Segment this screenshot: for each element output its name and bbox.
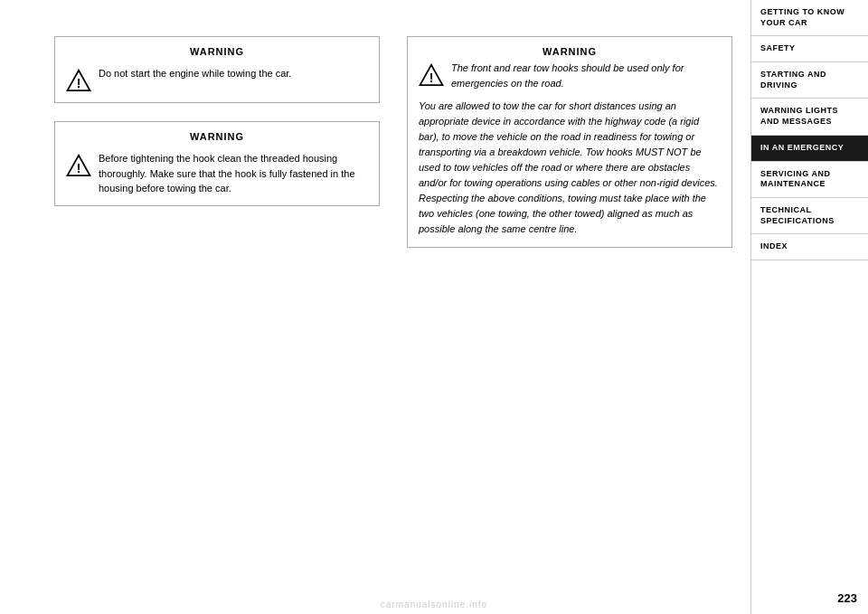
warning-box-1: WARNING ! Do not start the engine while … bbox=[54, 36, 380, 103]
sidebar-item-emergency[interactable]: IN AN EMERGENCY bbox=[751, 136, 868, 162]
watermark: carmanualsonline.info bbox=[381, 600, 487, 609]
warning-text-2: Before tightening the hook clean the thr… bbox=[99, 151, 368, 196]
warning-right-top: ! The front and rear tow hooks should be… bbox=[419, 61, 721, 91]
warning-triangle-icon-right: ! bbox=[419, 62, 444, 88]
right-column: WARNING ! The front and rear tow hooks s… bbox=[407, 36, 732, 596]
warning-body-1: ! Do not start the engine while towing t… bbox=[66, 66, 368, 93]
warning-right-intro: The front and rear tow hooks should be u… bbox=[451, 61, 721, 91]
warning-header-right: WARNING bbox=[419, 46, 721, 57]
sidebar-item-servicing[interactable]: SERVICING AND MAINTENANCE bbox=[751, 162, 868, 198]
svg-text:!: ! bbox=[77, 161, 81, 175]
sidebar-item-getting-to-know[interactable]: GETTING TO KNOW YOUR CAR bbox=[751, 0, 868, 36]
sidebar: GETTING TO KNOW YOUR CAR SAFETY STARTING… bbox=[750, 0, 868, 614]
sidebar-item-warning-lights[interactable]: WARNING LIGHTS AND MESSAGES bbox=[751, 99, 868, 135]
warning-text-1: Do not start the engine while towing the… bbox=[99, 66, 291, 81]
left-column: WARNING ! Do not start the engine while … bbox=[54, 36, 380, 596]
warning-triangle-icon-2: ! bbox=[66, 153, 91, 178]
sidebar-item-technical[interactable]: TECHNICAL SPECIFICATIONS bbox=[751, 198, 868, 234]
warning-right-body: You are allowed to tow the car for short… bbox=[419, 99, 721, 237]
warning-body-2: ! Before tightening the hook clean the t… bbox=[66, 151, 368, 196]
svg-text:!: ! bbox=[429, 71, 434, 85]
sidebar-item-index[interactable]: INDEX bbox=[751, 234, 868, 260]
warning-box-right: WARNING ! The front and rear tow hooks s… bbox=[407, 36, 732, 248]
sidebar-item-starting-driving[interactable]: STARTING AND DRIVING bbox=[751, 62, 868, 99]
page-number: 223 bbox=[837, 591, 857, 605]
svg-text:!: ! bbox=[77, 76, 81, 90]
warning-triangle-icon-1: ! bbox=[66, 68, 91, 93]
main-content: WARNING ! Do not start the engine while … bbox=[0, 0, 750, 614]
warning-header-1: WARNING bbox=[66, 46, 368, 57]
sidebar-item-safety[interactable]: SAFETY bbox=[751, 36, 868, 62]
warning-box-2: WARNING ! Before tightening the hook cle… bbox=[54, 121, 380, 206]
warning-header-2: WARNING bbox=[66, 131, 368, 142]
